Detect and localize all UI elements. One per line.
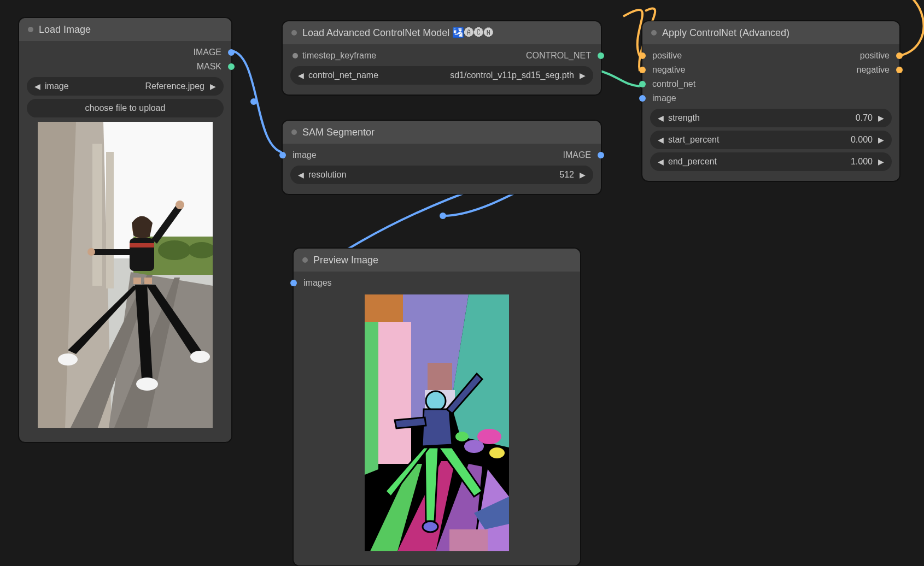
svg-point-47 (426, 391, 446, 411)
collapse-dot-icon[interactable] (291, 30, 297, 36)
port-in-positive[interactable] (639, 52, 646, 59)
svg-point-45 (489, 447, 505, 458)
svg-rect-6 (92, 144, 102, 286)
collapse-dot-icon[interactable] (651, 30, 657, 36)
collapse-dot-icon[interactable] (28, 27, 33, 32)
port-in-controlnet[interactable] (639, 81, 646, 87)
svg-rect-16 (130, 243, 154, 247)
chevron-left-icon[interactable]: ◀ (298, 170, 304, 179)
svg-point-22 (87, 248, 95, 256)
chevron-right-icon[interactable]: ▶ (580, 170, 586, 179)
collapse-dot-icon[interactable] (302, 257, 308, 263)
chevron-right-icon[interactable]: ▶ (878, 135, 884, 144)
svg-rect-17 (133, 278, 141, 284)
svg-marker-48 (422, 409, 452, 446)
node-load-controlnet[interactable]: Load Advanced ControlNet Model 🛂🅐🅒🅝 time… (282, 21, 601, 95)
strength-widget[interactable]: ◀strength 0.70▶ (650, 109, 892, 127)
port-in-images[interactable] (290, 280, 297, 286)
image-preview (30, 122, 220, 428)
node-title: SAM Segmentor (302, 127, 375, 138)
port-out-mask[interactable] (228, 63, 235, 70)
svg-point-21 (176, 201, 184, 209)
node-header[interactable]: SAM Segmentor (283, 121, 601, 144)
svg-rect-7 (106, 152, 114, 288)
chevron-right-icon[interactable]: ▶ (210, 82, 216, 91)
svg-rect-18 (144, 278, 152, 284)
io-row: timestep_keyframe CONTROL_NET (283, 49, 601, 63)
resolution-widget[interactable]: ◀resolution 512▶ (290, 166, 593, 184)
port-out-controlnet[interactable] (598, 52, 604, 59)
node-preview-image[interactable]: Preview Image images (293, 248, 581, 566)
svg-point-44 (464, 440, 484, 453)
port-out-image[interactable] (228, 49, 235, 56)
port-out-positive[interactable] (896, 52, 903, 59)
svg-point-1 (440, 213, 446, 219)
node-header[interactable]: Load Advanced ControlNet Model 🛂🅐🅒🅝 (283, 21, 601, 44)
io-row: image IMAGE (283, 148, 601, 162)
port-in-timestep[interactable] (293, 53, 298, 58)
svg-point-46 (455, 432, 469, 441)
input-controlnet: control_net (642, 77, 899, 91)
svg-point-54 (423, 521, 438, 532)
svg-point-9 (158, 240, 191, 260)
port-in-image[interactable] (279, 152, 286, 158)
input-images: images (294, 276, 580, 290)
segmentation-preview (305, 294, 569, 551)
node-header[interactable]: Preview Image (294, 249, 580, 272)
node-title: Load Advanced ControlNet Model 🛂🅐🅒🅝 (302, 27, 494, 39)
port-out-image[interactable] (598, 152, 604, 158)
output-mask: MASK (19, 60, 231, 74)
svg-marker-34 (365, 322, 378, 475)
node-title: Load Image (39, 24, 91, 36)
svg-point-0 (250, 98, 257, 105)
io-positive: positive positive (642, 49, 899, 63)
node-sam-segmentor[interactable]: SAM Segmentor image IMAGE ◀resolution 51… (282, 120, 601, 194)
chevron-right-icon[interactable]: ▶ (878, 157, 884, 166)
input-image: image (642, 91, 899, 105)
svg-point-27 (58, 353, 78, 365)
node-header[interactable]: Load Image (19, 18, 231, 41)
chevron-left-icon[interactable]: ◀ (658, 135, 664, 144)
chevron-right-icon[interactable]: ▶ (580, 71, 586, 80)
chevron-left-icon[interactable]: ◀ (34, 82, 40, 91)
node-apply-controlnet[interactable]: Apply ControlNet (Advanced) positive pos… (642, 21, 900, 181)
node-header[interactable]: Apply ControlNet (Advanced) (642, 21, 899, 44)
end-percent-widget[interactable]: ◀end_percent 1.000▶ (650, 152, 892, 171)
svg-rect-19 (90, 249, 132, 255)
controlnet-name-selector[interactable]: ◀control_net_name sd1/control_v11p_sd15_… (290, 66, 593, 85)
svg-marker-49 (395, 417, 426, 428)
collapse-dot-icon[interactable] (291, 129, 297, 135)
chevron-left-icon[interactable]: ◀ (298, 71, 304, 80)
node-title: Preview Image (313, 255, 378, 266)
node-load-image[interactable]: Load Image IMAGE MASK ◀image Reference.j… (19, 17, 232, 443)
upload-button[interactable]: choose file to upload (27, 99, 224, 117)
port-out-negative[interactable] (896, 67, 903, 73)
chevron-left-icon[interactable]: ◀ (658, 114, 664, 122)
svg-rect-30 (365, 294, 403, 322)
node-title: Apply ControlNet (Advanced) (662, 27, 790, 39)
svg-point-25 (136, 378, 158, 391)
port-in-image[interactable] (639, 95, 646, 102)
chevron-left-icon[interactable]: ◀ (658, 157, 664, 166)
svg-point-26 (190, 351, 210, 363)
output-image: IMAGE (19, 45, 231, 60)
svg-rect-33 (378, 322, 411, 464)
io-negative: negative negative (642, 63, 899, 77)
chevron-right-icon[interactable]: ▶ (878, 114, 884, 122)
port-in-negative[interactable] (639, 67, 646, 73)
start-percent-widget[interactable]: ◀start_percent 0.000▶ (650, 131, 892, 149)
svg-rect-35 (428, 363, 452, 390)
svg-rect-42 (449, 529, 488, 551)
image-selector[interactable]: ◀image Reference.jpeg▶ (27, 77, 224, 96)
